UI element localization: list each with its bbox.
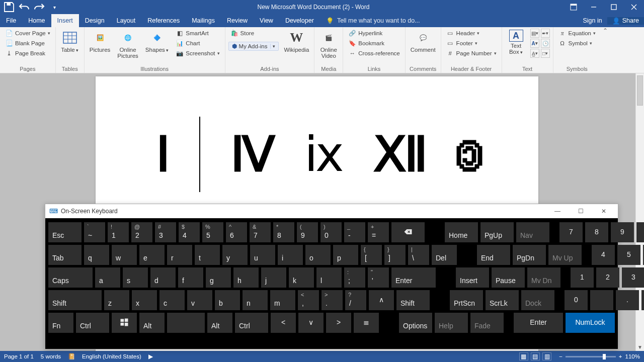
sign-in-link[interactable]: Sign in <box>578 17 607 24</box>
osk-maximize-icon[interactable]: ☐ <box>571 208 591 215</box>
key-shift[interactable]: Shift <box>396 290 430 310</box>
share-button[interactable]: 👤 Share <box>607 17 644 25</box>
comment-button[interactable]: 💬Comment <box>409 29 438 54</box>
key-f[interactable]: f <box>178 267 203 288</box>
key--[interactable]: += <box>368 222 389 242</box>
undo-icon[interactable] <box>18 2 30 13</box>
key--[interactable]: :; <box>344 267 365 288</box>
maximize-icon[interactable] <box>604 0 624 14</box>
key-3[interactable]: #3 <box>155 222 176 242</box>
key-del[interactable]: Del <box>432 245 457 265</box>
view-read-icon[interactable]: ▦ <box>519 352 528 360</box>
key-space[interactable] <box>167 313 205 333</box>
key--[interactable]: }] <box>384 245 406 265</box>
cover-page-button[interactable]: 📄Cover Page <box>3 29 52 38</box>
key--[interactable]: ?/ <box>345 290 366 310</box>
key-b[interactable]: b <box>215 290 240 310</box>
key-pgdn[interactable]: PgDn <box>513 245 546 265</box>
key-2[interactable]: @2 <box>131 222 152 242</box>
key--[interactable]: ≣ <box>354 313 379 333</box>
blank-page-button[interactable]: 📃Blank Page <box>3 39 52 48</box>
key--[interactable]: |\ <box>408 245 429 265</box>
page-number-button[interactable]: #Page Number <box>444 49 499 58</box>
tab-references[interactable]: References <box>141 14 186 27</box>
redo-icon[interactable] <box>33 2 45 13</box>
wordart-button[interactable]: A <box>530 39 539 48</box>
key-4[interactable]: 4 <box>592 245 615 265</box>
zoom-out-button[interactable]: − <box>559 353 562 359</box>
key-0[interactable]: )0 <box>320 222 342 242</box>
key-prtscn[interactable]: PrtScn <box>450 290 483 310</box>
key-8[interactable]: 8 <box>585 222 608 242</box>
key-5[interactable]: %5 <box>202 222 223 242</box>
shapes-button[interactable]: 🔷Shapes <box>143 29 171 54</box>
key-x[interactable]: x <box>132 290 157 310</box>
key--[interactable]: . <box>616 290 639 310</box>
status-words[interactable]: 5 words <box>41 353 61 359</box>
key-o[interactable]: o <box>305 245 331 265</box>
key-e[interactable]: e <box>139 245 165 265</box>
object-button[interactable]: □ <box>541 49 550 58</box>
key--[interactable]: `~ <box>84 222 105 242</box>
header-button[interactable]: ▭Header <box>444 29 499 38</box>
key-8[interactable]: *8 <box>273 222 294 242</box>
scroll-thumb[interactable] <box>637 75 643 106</box>
text-box-button[interactable]: AText Box <box>505 29 527 56</box>
key-h[interactable]: h <box>233 267 259 288</box>
screenshot-button[interactable]: 📷Screenshot <box>174 49 221 58</box>
key-scrlk[interactable]: ScrLk <box>486 290 519 310</box>
key-a[interactable]: a <box>95 267 120 288</box>
key-blank[interactable] <box>590 290 613 310</box>
key-9[interactable]: 9 <box>611 222 634 242</box>
key-enter[interactable]: Enter <box>391 267 436 288</box>
key--[interactable]: < <box>271 313 296 333</box>
key-home[interactable]: Home <box>445 222 478 242</box>
online-video-button[interactable]: 🎬Online Video <box>317 29 340 60</box>
key-1[interactable]: !1 <box>108 222 129 242</box>
online-pictures-button[interactable]: 🌐Online Pictures <box>115 29 140 60</box>
tab-view[interactable]: View <box>254 14 279 27</box>
key-help[interactable]: Help <box>435 313 468 333</box>
key-d[interactable]: d <box>150 267 176 288</box>
key-alt[interactable]: Alt <box>139 313 165 333</box>
page-break-button[interactable]: ⤓Page Break <box>3 49 52 58</box>
key-s[interactable]: s <box>123 267 148 288</box>
tab-file[interactable]: File <box>0 14 22 27</box>
zoom-in-button[interactable]: + <box>619 353 622 359</box>
key-t[interactable]: t <box>195 245 220 265</box>
key-tab[interactable]: Tab <box>48 245 82 265</box>
key--[interactable]: {[ <box>361 245 382 265</box>
key--[interactable]: ∧ <box>369 290 394 310</box>
key--[interactable]: > <box>326 313 351 333</box>
key-insert[interactable]: Insert <box>456 267 489 288</box>
quick-parts-button[interactable]: ▤ <box>530 29 539 38</box>
key-backspace[interactable] <box>391 222 425 242</box>
signature-line-button[interactable]: ✒ <box>541 29 550 38</box>
tab-mailings[interactable]: Mailings <box>186 14 221 27</box>
key-2[interactable]: 2 <box>596 267 619 288</box>
tab-home[interactable]: Home <box>22 14 51 27</box>
key-n[interactable]: n <box>243 290 268 310</box>
key-1[interactable]: 1 <box>571 267 594 288</box>
key-m[interactable]: m <box>270 290 295 310</box>
key--[interactable]: ∨ <box>298 313 324 333</box>
osk-titlebar[interactable]: ⌨ On-Screen Keyboard — ☐ ✕ <box>45 204 618 218</box>
key-end[interactable]: End <box>477 245 510 265</box>
pictures-button[interactable]: 🖼️Pictures <box>88 29 113 54</box>
key-mv-up[interactable]: Mv Up <box>548 245 582 265</box>
chart-button[interactable]: 📊Chart <box>174 39 221 48</box>
key-z[interactable]: z <box>104 290 129 310</box>
bookmark-button[interactable]: 🔖Bookmark <box>346 39 401 48</box>
key-caps[interactable]: Caps <box>48 267 93 288</box>
key-pause[interactable]: Pause <box>492 267 525 288</box>
key-g[interactable]: g <box>206 267 231 288</box>
equation-button[interactable]: πEquation <box>556 29 598 38</box>
tab-insert[interactable]: Insert <box>51 14 79 27</box>
view-web-icon[interactable]: ▥ <box>542 352 551 360</box>
key-dock[interactable]: Dock <box>521 290 554 310</box>
hyperlink-button[interactable]: 🔗Hyperlink <box>346 29 401 38</box>
key-u[interactable]: u <box>250 245 275 265</box>
key-numlock[interactable]: NumLock <box>566 313 615 333</box>
key-mv-dn[interactable]: Mv Dn <box>527 267 560 288</box>
key-enter[interactable]: Enter <box>514 313 563 333</box>
